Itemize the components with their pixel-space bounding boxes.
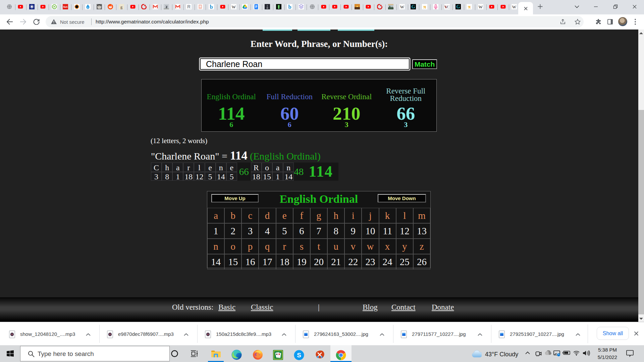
svg-text:π: π [423, 4, 426, 9]
svg-text:W: W [400, 4, 405, 9]
svg-text:π: π [468, 4, 471, 9]
svg-text:W: W [232, 4, 236, 9]
svg-text:g: g [120, 4, 123, 9]
svg-text:W: W [479, 4, 483, 9]
svg-text:S: S [297, 352, 301, 359]
svg-text:R: R [187, 4, 191, 9]
svg-text:b: b [288, 4, 291, 9]
svg-text:C: C [447, 4, 450, 9]
svg-text:G: G [457, 4, 460, 9]
svg-text:b: b [210, 4, 213, 9]
svg-text:Sun: Sun [63, 6, 67, 8]
svg-text:W: W [512, 4, 517, 9]
svg-text:G: G [412, 4, 415, 9]
